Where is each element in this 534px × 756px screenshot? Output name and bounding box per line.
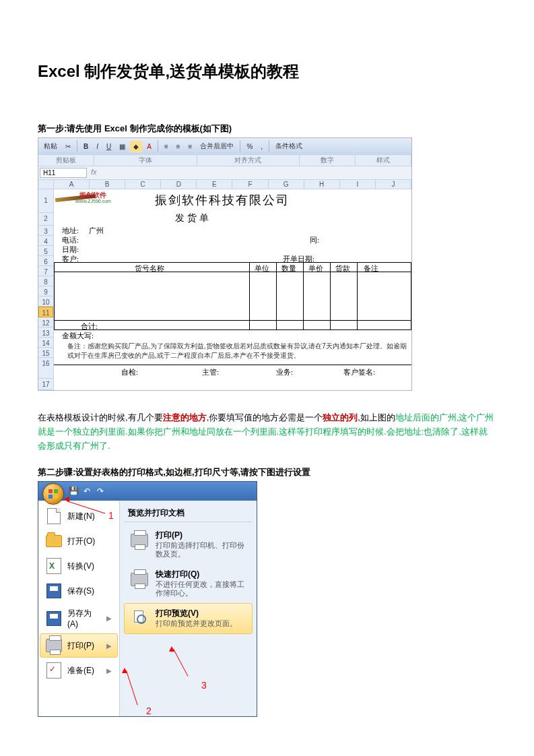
cell-label: 金额大写: <box>62 331 94 341</box>
menu-convert[interactable]: 转换(V) <box>40 554 118 578</box>
row-header[interactable]: 16 <box>38 358 53 379</box>
submenu-title: 预览并打印文档 <box>124 505 253 522</box>
footnote: 备注：感谢您购买我厂产品,为了保障双方利益,货物签收后若对品质或数量有异议,请在… <box>67 342 409 360</box>
prepare-icon <box>46 662 62 679</box>
magnifier-icon <box>129 608 150 629</box>
table-header: 货号名称 <box>135 263 164 274</box>
row-header[interactable]: 2 <box>38 213 53 226</box>
col-header[interactable]: G <box>269 180 304 189</box>
cond-format-button[interactable]: 条件格式 <box>272 139 306 153</box>
submenu-print-preview[interactable]: 打印预览(V) 打印前预览并更改页面。 <box>124 603 253 634</box>
menu-prepare[interactable]: 准备(E) ▶ <box>40 658 118 683</box>
printer-icon <box>46 637 62 654</box>
page-title: Excel 制作发货单,送货单模板的教程 <box>38 61 496 82</box>
cell-label: 合计: <box>81 321 98 332</box>
annotation-2: 2 <box>146 705 152 716</box>
redo-icon[interactable]: ↷ <box>95 486 106 497</box>
sig-label: 客户签名: <box>343 367 375 377</box>
row-header[interactable]: 10 <box>38 296 53 307</box>
title-bar: 💾 ↶ ↷ <box>38 482 257 501</box>
select-all[interactable] <box>38 180 54 189</box>
save-icon[interactable]: 💾 <box>68 486 79 497</box>
row-header[interactable]: 15 <box>38 348 53 358</box>
excel-screenshot: 粘贴 ✂ B I U ▦ ◆ A ≡ ≡ ≡ 合并后居中 % , <box>38 137 412 391</box>
cell-label: 日期: <box>62 245 79 255</box>
percent-button[interactable]: % <box>243 141 256 152</box>
submenu-print[interactable]: 打印(P) 打印前选择打印机、打印份数及页。 <box>124 525 253 563</box>
font-color-button[interactable]: A <box>143 141 155 152</box>
menu-print[interactable]: 打印(P) ▶ <box>40 633 118 658</box>
row-header[interactable]: 11 <box>38 307 53 317</box>
submenu-quick-print[interactable]: 快速打印(Q) 不进行任何更改，直接将工作簿印心。 <box>124 564 253 602</box>
col-header[interactable]: I <box>340 180 376 189</box>
col-header[interactable]: A <box>54 180 90 189</box>
col-header[interactable]: D <box>161 180 197 189</box>
ribbon-group-labels: 剪贴板 字体 对齐方式 数字 样式 <box>38 154 411 166</box>
arrow-head-icon <box>64 497 69 502</box>
save-icon <box>46 583 62 599</box>
row-header[interactable]: 4 <box>38 236 53 246</box>
table-header: 备注 <box>364 263 378 274</box>
main-menu: 新建(N) 打开(O) 转换(V) 保存(S) 另存为(A) ▶ <box>38 501 120 716</box>
bold-button[interactable]: B <box>80 141 92 152</box>
document-title: 发货单 <box>175 212 211 224</box>
menu-open[interactable]: 打开(O) <box>40 529 118 553</box>
table-header: 单位 <box>255 263 269 274</box>
chevron-right-icon: ▶ <box>106 642 112 650</box>
step1-title: 第一步:请先使用 Excel 制作完成你的模板(如下图) <box>38 123 496 135</box>
row-header[interactable]: 9 <box>38 286 53 296</box>
fill-color-button[interactable]: ◆ <box>130 141 142 152</box>
paste-button[interactable]: 粘贴 <box>40 139 61 153</box>
border-button[interactable]: ▦ <box>116 141 129 152</box>
align-left-button[interactable]: ≡ <box>161 141 172 152</box>
new-doc-icon <box>46 508 62 524</box>
quick-access-toolbar: 💾 ↶ ↷ <box>68 486 106 497</box>
row-header[interactable]: 3 <box>38 226 53 236</box>
cell-label: 地址: <box>62 226 79 236</box>
saveas-icon <box>46 610 62 627</box>
menu-new[interactable]: 新建(N) <box>40 504 118 528</box>
row-header[interactable]: 1 <box>38 189 53 213</box>
row-header[interactable]: 17 <box>38 379 53 390</box>
row-header[interactable]: 6 <box>38 256 53 266</box>
row-header[interactable]: 12 <box>38 317 53 327</box>
printer-icon <box>129 569 150 590</box>
row-header[interactable]: 14 <box>38 338 53 348</box>
col-header[interactable]: J <box>376 180 411 189</box>
row-header[interactable]: 7 <box>38 266 53 276</box>
undo-icon[interactable]: ↶ <box>81 486 92 497</box>
row-header[interactable]: 5 <box>38 246 53 256</box>
arrow-head-icon <box>122 668 127 673</box>
align-center-button[interactable]: ≡ <box>173 141 184 152</box>
spreadsheet-grid[interactable]: A B C D E F G H I J 1 2 3 4 5 6 7 <box>38 180 411 390</box>
italic-button[interactable]: I <box>93 141 102 152</box>
align-right-button[interactable]: ≡ <box>185 141 196 152</box>
col-header[interactable]: F <box>232 180 268 189</box>
company-name: 振剑软件科技有限公司 <box>155 192 290 208</box>
menu-save[interactable]: 保存(S) <box>40 579 118 603</box>
name-box[interactable]: H11 <box>40 168 87 178</box>
col-header[interactable]: E <box>197 180 232 189</box>
table-header: 货款 <box>335 263 350 274</box>
fx-icon[interactable]: fx <box>88 166 100 179</box>
underline-button[interactable]: U <box>103 141 114 152</box>
office-menu-screenshot: 💾 ↶ ↷ 新建(N) 打开(O) 转换(V) <box>38 481 257 717</box>
col-header[interactable]: H <box>304 180 340 189</box>
row-header[interactable]: 13 <box>38 327 53 338</box>
col-header[interactable]: B <box>90 180 125 189</box>
formula-bar: H11 fx <box>38 166 411 180</box>
row-header[interactable]: 8 <box>38 276 53 286</box>
cell-value: 广州 <box>89 226 104 236</box>
chevron-right-icon: ▶ <box>106 615 112 622</box>
annotation-3: 3 <box>201 680 207 691</box>
convert-icon <box>46 558 62 574</box>
instruction-paragraph: 在表格模板设计的时候,有几个要注意的地方,你要填写值的地方必需是一个独立的列,如… <box>38 411 496 453</box>
ribbon: 粘贴 ✂ B I U ▦ ◆ A ≡ ≡ ≡ 合并后居中 % , <box>38 138 411 154</box>
format-painter-icon[interactable]: ✂ <box>62 141 74 152</box>
merge-button[interactable]: 合并后居中 <box>197 139 237 153</box>
menu-saveas[interactable]: 另存为(A) ▶ <box>40 604 118 633</box>
comma-button[interactable]: , <box>257 141 266 152</box>
annotation-1: 1 <box>108 510 114 521</box>
cell-label: 电话: <box>62 235 79 245</box>
col-header[interactable]: C <box>125 180 161 189</box>
